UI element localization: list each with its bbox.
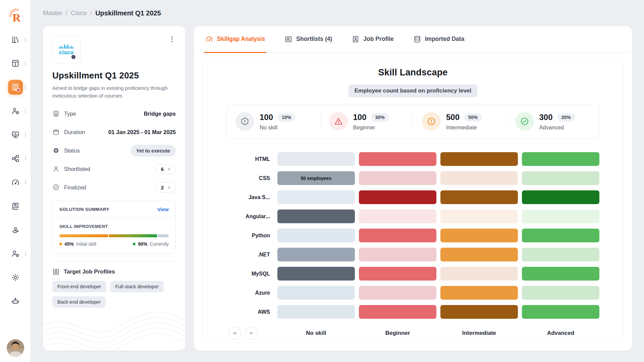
sidebar-item-building[interactable] xyxy=(0,75,31,99)
tab-imported-data[interactable]: Imported Data xyxy=(412,26,466,53)
count-value: 6 xyxy=(161,166,164,172)
heatmap-cell-azure-intermediate[interactable] xyxy=(440,286,518,300)
heatmap-cell-java-s-advanced[interactable] xyxy=(522,190,599,204)
heatmap-cell-angular-beginner[interactable] xyxy=(359,209,436,223)
heatmap-scroll-up-button[interactable] xyxy=(228,327,241,340)
tab-skillgap-analysis[interactable]: Skillgap Analysis xyxy=(204,26,266,53)
heatmap-row-label-python: Python xyxy=(226,233,273,239)
field-label: Shortlisted xyxy=(52,165,90,173)
chevron-right-icon xyxy=(167,185,172,190)
stat-percent-badge: 10% xyxy=(278,113,295,122)
heatmap-cell-azure-advanced[interactable] xyxy=(522,286,599,300)
job-profiles-icon xyxy=(52,268,60,276)
tab-bar: Skillgap AnalysisShortlists (4)Job Profi… xyxy=(194,26,632,53)
sidebar-item-library[interactable] xyxy=(0,27,31,51)
heatmap-cell-python-beginner[interactable] xyxy=(359,229,436,242)
sidebar-item-robot[interactable] xyxy=(0,289,31,313)
svg-text:R: R xyxy=(12,11,21,23)
heatmap-cell-python-intermediate[interactable] xyxy=(440,229,518,242)
heatmap-cell-mysql-beginner[interactable] xyxy=(359,267,436,281)
sidebar-item-report[interactable] xyxy=(0,51,31,75)
heatmap-row-label-angular: Angular... xyxy=(226,214,273,220)
heatmap-cell-css-advanced[interactable] xyxy=(522,171,599,185)
sidebar-item-user-gear[interactable] xyxy=(0,99,31,123)
sidebar-item-presentation[interactable] xyxy=(0,123,31,146)
field-label-text: Status xyxy=(64,147,80,154)
heatmap-cell-net-advanced[interactable] xyxy=(522,248,599,261)
heatmap-cell-net-intermediate[interactable] xyxy=(440,248,518,261)
sidebar-item-settings-gear[interactable] xyxy=(0,265,31,289)
item-menu-icon[interactable] xyxy=(23,132,28,137)
heatmap-column-label-no-skill: No skill xyxy=(277,330,355,337)
heatmap-cell-html-advanced[interactable] xyxy=(522,152,599,166)
field-finalized: Finalized2 xyxy=(52,178,176,197)
item-menu-icon[interactable] xyxy=(23,108,28,114)
library-icon xyxy=(8,32,23,47)
heatmap-cell-aws-advanced[interactable] xyxy=(522,305,599,319)
heatmap-cell-azure-no-skill[interactable] xyxy=(277,286,355,300)
heatmap-footer: No skillBeginnerIntermediateAdvanced xyxy=(226,327,599,340)
view-link[interactable]: View xyxy=(157,206,169,212)
breadcrumb-item-master[interactable]: Master xyxy=(43,9,62,17)
content-row: cisco ✓ Upskillment Q1 2025 Aimed to bri… xyxy=(43,26,632,362)
heatmap-cell-angular-advanced[interactable] xyxy=(522,209,599,223)
heatmap-cell-java-s-intermediate[interactable] xyxy=(440,190,518,204)
heatmap-cell-java-s-beginner[interactable] xyxy=(359,190,436,204)
heatmap-cell-net-no-skill[interactable] xyxy=(277,248,355,261)
heatmap-cell-net-beginner[interactable] xyxy=(359,248,436,261)
app-logo[interactable]: R xyxy=(7,5,24,23)
heatmap-cell-mysql-no-skill[interactable] xyxy=(277,267,355,281)
skill-landscape-panel: Skill Landscape Employee count based on … xyxy=(203,59,623,343)
heatmap-cell-aws-no-skill[interactable] xyxy=(277,305,355,319)
field-label: Finalized xyxy=(52,184,86,191)
shortlisted-count-button[interactable]: 6 xyxy=(155,164,176,174)
breadcrumb-separator: / xyxy=(90,9,92,17)
sidebar-item-workflow[interactable] xyxy=(0,146,31,170)
count-value: 2 xyxy=(161,185,164,190)
tab-shortlists-4[interactable]: Shortlists (4) xyxy=(283,26,333,53)
field-status: StatusYet to execute xyxy=(52,141,176,160)
heatmap-cell-mysql-advanced[interactable] xyxy=(522,267,599,281)
user-gear-icon xyxy=(8,104,23,118)
breadcrumb-item-cisco[interactable]: Cisco xyxy=(71,9,87,17)
item-menu-icon[interactable] xyxy=(23,84,28,90)
divider xyxy=(52,261,176,261)
heatmap-cell-angular-intermediate[interactable] xyxy=(440,209,518,223)
tab-label: Job Profile xyxy=(363,36,393,43)
sidebar-item-user-settings[interactable] xyxy=(0,242,31,265)
project-menu-icon[interactable] xyxy=(168,36,176,43)
item-menu-icon[interactable] xyxy=(23,251,28,256)
heatmap-cell-aws-intermediate[interactable] xyxy=(440,305,518,319)
sidebar-item-gauge[interactable] xyxy=(0,170,31,194)
robot-icon xyxy=(8,294,23,309)
progress-initial-segment xyxy=(59,234,109,237)
item-menu-icon[interactable] xyxy=(23,156,28,161)
heatmap-cell-html-no-skill[interactable] xyxy=(277,152,355,166)
project-title: Upskillment Q1 2025 xyxy=(52,70,176,81)
heatmap-cell-python-no-skill[interactable] xyxy=(277,229,355,242)
tab-job-profile[interactable]: Job Profile xyxy=(350,26,395,53)
sidebar-item-hand-support[interactable] xyxy=(0,218,31,242)
item-menu-icon[interactable] xyxy=(23,37,28,42)
heatmap-cell-mysql-intermediate[interactable] xyxy=(440,267,518,281)
heatmap-cell-azure-beginner[interactable] xyxy=(359,286,436,300)
heatmap-cell-java-s-no-skill[interactable] xyxy=(277,190,355,204)
heatmap-cell-aws-beginner[interactable] xyxy=(359,305,436,319)
item-menu-icon[interactable] xyxy=(23,61,28,66)
item-menu-icon[interactable] xyxy=(23,180,28,185)
building-icon xyxy=(8,80,23,95)
heatmap-cell-python-advanced[interactable] xyxy=(522,229,599,242)
heatmap-cell-css-beginner[interactable] xyxy=(359,171,436,185)
sidebar-item-book-search[interactable] xyxy=(0,194,31,218)
heatmap-cell-angular-no-skill[interactable] xyxy=(277,209,355,223)
heatmap-cell-html-intermediate[interactable] xyxy=(440,152,518,166)
finalized-count-button[interactable]: 2 xyxy=(155,182,176,193)
field-label-text: Shortlisted xyxy=(64,166,90,172)
user-avatar[interactable] xyxy=(7,339,24,357)
initial-skill-pct: 45% xyxy=(64,241,74,247)
heatmap-row-label-net: .NET xyxy=(226,252,273,258)
heatmap-cell-html-beginner[interactable] xyxy=(359,152,436,166)
heatmap-cell-css-intermediate[interactable] xyxy=(440,171,518,185)
heatmap-cell-css-no-skill[interactable]: 50 employees xyxy=(277,171,355,185)
heatmap-scroll-down-button[interactable] xyxy=(245,327,258,340)
